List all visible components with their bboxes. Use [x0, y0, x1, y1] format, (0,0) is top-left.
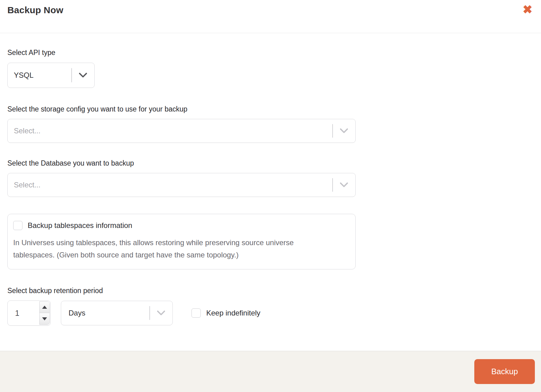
api-type-value: YSQL — [14, 71, 34, 80]
keep-indefinitely-checkbox[interactable] — [192, 308, 201, 318]
storage-config-select[interactable]: Select... — [7, 119, 356, 143]
backup-now-modal: Backup Now ✖ Select API type YSQL Select… — [0, 0, 541, 392]
keep-indefinitely-row[interactable]: Keep indefinitely — [192, 308, 260, 318]
modal-body: Select API type YSQL Select the storage … — [0, 33, 541, 351]
stepper-buttons — [39, 301, 50, 325]
storage-config-label: Select the storage config you want to us… — [7, 105, 534, 113]
modal-header: Backup Now ✖ — [0, 0, 541, 33]
stepper-increment-button[interactable] — [40, 302, 49, 313]
database-label: Select the Database you want to backup — [7, 159, 534, 167]
retention-label: Select backup retention period — [7, 287, 534, 295]
modal-title: Backup Now — [7, 5, 532, 15]
tablespaces-info-box: Backup tablespaces information In Univer… — [7, 214, 356, 269]
storage-config-placeholder: Select... — [14, 127, 41, 135]
retention-value-stepper — [7, 300, 51, 326]
retention-value-input[interactable] — [8, 301, 39, 325]
retention-row: Days Keep indefinitely — [7, 300, 534, 326]
storage-config-dropdown-toggle[interactable] — [332, 119, 355, 143]
tablespaces-checkbox-row[interactable]: Backup tablespaces information — [13, 221, 349, 230]
chevron-down-icon — [340, 128, 348, 133]
keep-indefinitely-label: Keep indefinitely — [206, 309, 260, 317]
database-select[interactable]: Select... — [7, 173, 356, 197]
backup-button[interactable]: Backup — [474, 359, 535, 384]
stepper-decrement-button[interactable] — [40, 313, 49, 324]
database-dropdown-toggle[interactable] — [332, 173, 355, 197]
tablespaces-checkbox-label: Backup tablespaces information — [28, 221, 132, 230]
tablespaces-description: In Universes using tablespaces, this all… — [13, 237, 318, 261]
api-type-select[interactable]: YSQL — [7, 63, 95, 88]
retention-unit-select[interactable]: Days — [61, 301, 173, 325]
arrow-up-icon — [42, 306, 47, 309]
close-icon[interactable]: ✖ — [521, 2, 534, 17]
database-placeholder: Select... — [14, 181, 41, 189]
chevron-down-icon — [157, 311, 165, 316]
chevron-down-icon — [79, 73, 87, 78]
api-type-dropdown-toggle[interactable] — [71, 63, 94, 88]
arrow-down-icon — [42, 317, 47, 320]
retention-unit-dropdown-toggle[interactable] — [149, 301, 172, 325]
api-type-label: Select API type — [7, 49, 534, 57]
retention-unit-value: Days — [69, 309, 85, 317]
tablespaces-checkbox[interactable] — [13, 221, 22, 230]
chevron-down-icon — [340, 182, 348, 187]
modal-footer: Backup — [0, 351, 541, 392]
